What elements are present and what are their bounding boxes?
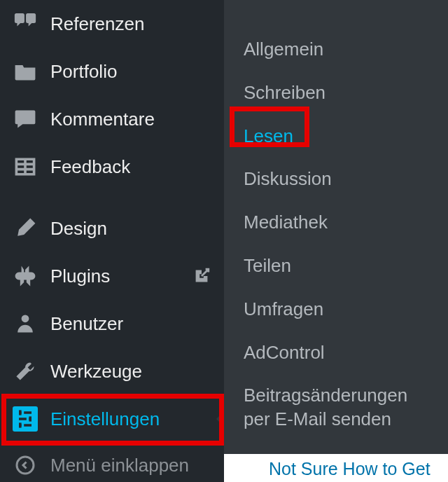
sidebar-item-portfolio[interactable]: Portfolio bbox=[0, 48, 224, 95]
submenu-item-lesen[interactable]: Lesen bbox=[224, 115, 448, 158]
submenu-item-umfragen[interactable]: Umfragen bbox=[224, 288, 448, 331]
sidebar-item-kommentare[interactable]: Kommentare bbox=[0, 95, 224, 143]
submenu-item-mediathek[interactable]: Mediathek bbox=[224, 201, 448, 245]
submenu-item-beitragsaenderungen[interactable]: Beitragsänderungen per E-Mail senden bbox=[224, 374, 448, 441]
sidebar-item-referenzen[interactable]: Referenzen bbox=[0, 0, 224, 48]
sidebar-item-plugins[interactable]: Plugins bbox=[0, 252, 224, 300]
svg-rect-2 bbox=[19, 422, 22, 427]
submenu-item-teilen[interactable]: Teilen bbox=[224, 245, 448, 288]
sidebar-item-benutzer[interactable]: Benutzer bbox=[0, 300, 224, 347]
external-link-icon bbox=[192, 266, 211, 286]
submenu-item-adcontrol[interactable]: AdControl bbox=[224, 331, 448, 375]
sidebar-item-label: Design bbox=[50, 218, 107, 240]
svg-rect-0 bbox=[19, 410, 22, 415]
comments-icon bbox=[13, 106, 38, 132]
users-icon bbox=[13, 311, 38, 336]
svg-rect-1 bbox=[29, 416, 31, 421]
partial-content-text: Not Sure How to Get bbox=[269, 459, 430, 479]
sidebar-item-label: Benutzer bbox=[50, 313, 123, 335]
sidebar-item-label: Kommentare bbox=[50, 109, 155, 130]
portfolio-icon bbox=[13, 59, 38, 84]
submenu-item-schreiben[interactable]: Schreiben bbox=[224, 71, 448, 115]
sidebar-item-label: Werkzeuge bbox=[50, 361, 142, 383]
sidebar-item-label: Portfolio bbox=[50, 61, 117, 83]
admin-sidebar: Referenzen Portfolio Kommentare Feedback… bbox=[0, 0, 224, 482]
testimonial-icon bbox=[13, 11, 38, 36]
plugins-icon bbox=[13, 263, 38, 289]
appearance-icon bbox=[13, 216, 38, 241]
sidebar-item-werkzeuge[interactable]: Werkzeuge bbox=[0, 347, 224, 395]
sidebar-item-feedback[interactable]: Feedback bbox=[0, 143, 224, 191]
collapse-icon bbox=[13, 453, 38, 478]
sidebar-item-einstellungen[interactable]: Einstellungen bbox=[0, 395, 224, 443]
sidebar-item-label: Plugins bbox=[50, 266, 110, 287]
submenu-item-allgemein[interactable]: Allgemein bbox=[224, 28, 448, 71]
sidebar-item-label: Einstellungen bbox=[50, 408, 160, 430]
submenu-item-diskussion[interactable]: Diskussion bbox=[224, 158, 448, 201]
collapse-label: Menü einklappen bbox=[50, 455, 189, 476]
settings-submenu: Allgemein Schreiben Lesen Diskussion Med… bbox=[224, 0, 448, 482]
sidebar-item-design[interactable]: Design bbox=[0, 205, 224, 252]
tools-icon bbox=[13, 359, 38, 384]
svg-point-3 bbox=[17, 457, 34, 474]
settings-icon bbox=[13, 406, 38, 432]
sidebar-item-label: Referenzen bbox=[50, 13, 144, 35]
sidebar-collapse[interactable]: Menü einklappen bbox=[0, 443, 224, 482]
feedback-icon bbox=[13, 154, 38, 179]
sidebar-item-label: Feedback bbox=[50, 156, 130, 178]
